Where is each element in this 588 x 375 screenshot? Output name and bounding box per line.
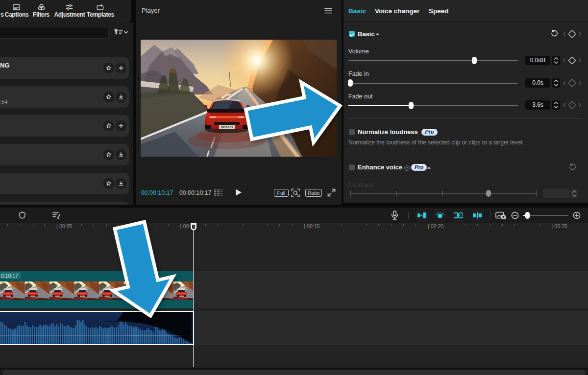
svg-text:CK52163: CK52163: [220, 126, 233, 129]
